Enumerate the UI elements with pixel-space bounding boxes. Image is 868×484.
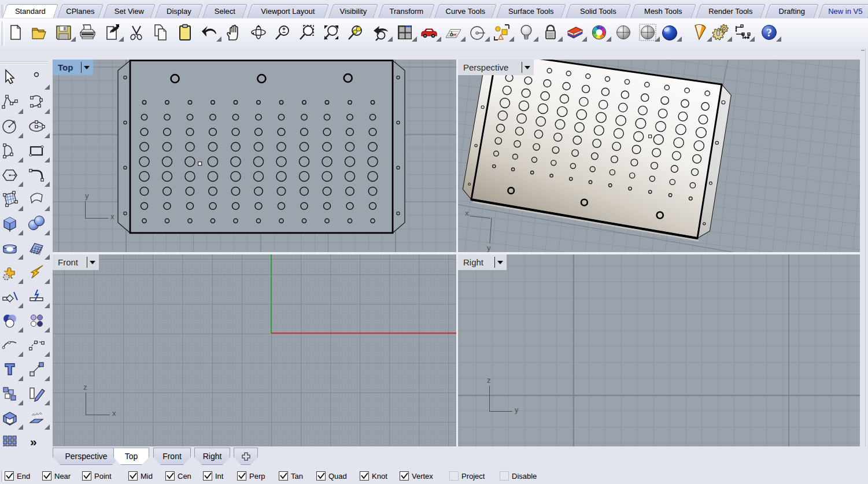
svg-text:?: ?	[766, 27, 772, 39]
